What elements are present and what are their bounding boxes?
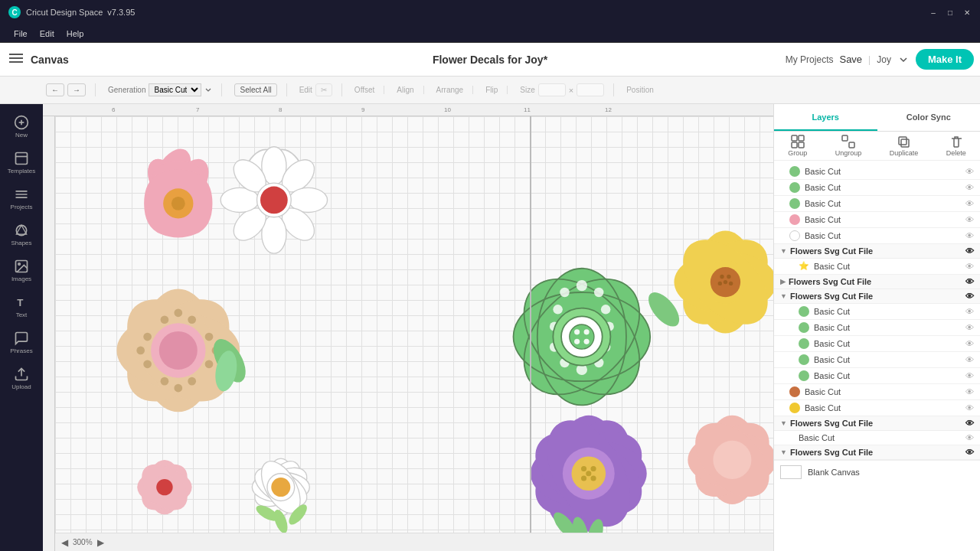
zoom-out-btn[interactable]: ◀ bbox=[61, 537, 68, 548]
zoom-in-btn[interactable]: ▶ bbox=[97, 537, 104, 548]
svg-point-38 bbox=[161, 315, 169, 324]
main: New Templates Projects Shapes Images bbox=[0, 104, 980, 551]
layer-item-brown[interactable]: Basic Cut 👁 bbox=[774, 384, 980, 400]
generation-select[interactable]: Basic Cut bbox=[149, 83, 201, 96]
svg-point-105 bbox=[570, 324, 594, 349]
layer-item-3[interactable]: Basic Cut 👁 bbox=[774, 196, 980, 212]
sidebar-item-shapes[interactable]: Shapes bbox=[0, 218, 43, 251]
sidebar-item-upload[interactable]: Upload bbox=[0, 362, 43, 395]
group-eye-4[interactable]: 👁 bbox=[965, 419, 974, 428]
eye-icon-g3-5[interactable]: 👁 bbox=[965, 371, 974, 380]
eye-icon-4[interactable]: 👁 bbox=[965, 215, 974, 224]
group-label-2: Flowers Svg Cut File bbox=[789, 277, 871, 286]
layer-item-group1-1[interactable]: ⭐ Basic Cut 👁 bbox=[774, 259, 980, 275]
layer-item-1[interactable]: Basic Cut 👁 bbox=[774, 164, 980, 180]
eye-icon-1[interactable]: 👁 bbox=[965, 167, 974, 176]
close-btn[interactable]: ✕ bbox=[962, 7, 972, 18]
duplicate-action[interactable]: Duplicate bbox=[890, 135, 919, 157]
layer-label-2: Basic Cut bbox=[805, 183, 961, 192]
eye-icon-g1-1[interactable]: 👁 bbox=[965, 262, 974, 271]
make-it-btn[interactable]: Make It bbox=[916, 49, 974, 70]
tab-layers[interactable]: Layers bbox=[774, 104, 877, 131]
tab-color-sync[interactable]: Color Sync bbox=[877, 104, 981, 131]
undo-redo-group: ← → bbox=[46, 83, 96, 96]
eye-icon-brown[interactable]: 👁 bbox=[965, 387, 974, 396]
maximize-btn[interactable]: □ bbox=[945, 7, 956, 18]
layer-item-2[interactable]: Basic Cut 👁 bbox=[774, 180, 980, 196]
layer-item-group3-1[interactable]: Basic Cut 👁 bbox=[774, 304, 980, 320]
redo-btn[interactable]: → bbox=[67, 83, 86, 96]
eye-icon-g3-4[interactable]: 👁 bbox=[965, 355, 974, 364]
canvas-area[interactable]: 6 7 8 9 10 11 12 bbox=[43, 104, 773, 551]
sidebar-item-new[interactable]: New bbox=[0, 110, 43, 143]
group-header-4[interactable]: ▼ Flowers Svg Cut File 👁 bbox=[774, 416, 980, 431]
undo-btn[interactable]: ← bbox=[46, 83, 64, 96]
sidebar-item-projects[interactable]: Projects bbox=[0, 182, 43, 215]
select-all-btn[interactable]: Select All bbox=[234, 83, 276, 96]
group-header-2[interactable]: ▶ Flowers Svg Cut File 👁 bbox=[774, 275, 980, 289]
sidebar-item-templates[interactable]: Templates bbox=[0, 146, 43, 179]
layer-item-group3-4[interactable]: Basic Cut 👁 bbox=[774, 352, 980, 368]
layer-item-group3-5[interactable]: Basic Cut 👁 bbox=[774, 368, 980, 384]
eye-icon-yellow[interactable]: 👁 bbox=[965, 403, 974, 412]
layer-item-5[interactable]: Basic Cut 👁 bbox=[774, 228, 980, 244]
layer-label-1: Basic Cut bbox=[805, 167, 961, 176]
menu-edit[interactable]: Edit bbox=[34, 28, 60, 40]
offset-group: Offset bbox=[354, 86, 385, 94]
edit-btn[interactable]: ✂ bbox=[315, 83, 332, 96]
minimize-btn[interactable]: – bbox=[928, 7, 939, 18]
eye-icon-g4-1[interactable]: 👁 bbox=[965, 433, 974, 442]
layer-color-yellow bbox=[789, 403, 800, 413]
delete-action[interactable]: Delete bbox=[946, 135, 966, 157]
titlebar: C Cricut Design Space v7.3.95 – □ ✕ bbox=[0, 0, 980, 24]
my-projects-btn[interactable]: My Projects bbox=[786, 54, 834, 65]
group-eye-3[interactable]: 👁 bbox=[965, 292, 974, 301]
group-header-3[interactable]: ▼ Flowers Svg Cut File 👁 bbox=[774, 289, 980, 304]
cricut-icon: C bbox=[8, 5, 21, 19]
eye-icon-3[interactable]: 👁 bbox=[965, 199, 974, 208]
group-header-1[interactable]: ▼ Flowers Svg Cut File 👁 bbox=[774, 244, 980, 259]
layer-item-4[interactable]: Basic Cut 👁 bbox=[774, 212, 980, 228]
layer-label-g3-1: Basic Cut bbox=[814, 307, 961, 316]
group-chevron-4: ▼ bbox=[780, 419, 787, 427]
sidebar-item-images[interactable]: Images bbox=[0, 254, 43, 287]
eye-icon-g3-3[interactable]: 👁 bbox=[965, 339, 974, 348]
group-header-5[interactable]: ▼ Flowers Svg Cut File 👁 bbox=[774, 445, 980, 460]
svg-point-13 bbox=[18, 263, 20, 266]
layer-item-group4-1[interactable]: Basic Cut 👁 bbox=[774, 431, 980, 445]
group-action[interactable]: Group bbox=[788, 135, 807, 157]
hamburger-btn[interactable] bbox=[6, 48, 26, 70]
group-eye-2[interactable]: 👁 bbox=[965, 277, 974, 286]
layer-color-g3-3 bbox=[799, 338, 809, 349]
height-input[interactable] bbox=[577, 83, 604, 96]
menu-help[interactable]: Help bbox=[60, 28, 90, 40]
arrange-group: Arrange bbox=[436, 86, 474, 94]
ungroup-icon bbox=[841, 135, 855, 148]
canvas-label: Canvas bbox=[31, 54, 69, 66]
layer-item-yellow[interactable]: Basic Cut 👁 bbox=[774, 400, 980, 416]
layer-item-group3-3[interactable]: Basic Cut 👁 bbox=[774, 336, 980, 352]
save-btn[interactable]: Save bbox=[839, 54, 862, 65]
width-input[interactable] bbox=[538, 83, 566, 96]
menu-file[interactable]: File bbox=[8, 28, 34, 40]
layer-label-g3-2: Basic Cut bbox=[814, 323, 961, 332]
sidebar-item-text[interactable]: T Text bbox=[0, 290, 43, 323]
sidebar-text-label: Text bbox=[16, 311, 28, 318]
flower-small-pink bbox=[133, 456, 196, 519]
blank-canvas-item[interactable]: Blank Canvas bbox=[774, 460, 980, 484]
svg-rect-4 bbox=[9, 61, 23, 63]
eye-icon-g3-2[interactable]: 👁 bbox=[965, 323, 974, 332]
flowers-canvas[interactable] bbox=[55, 116, 773, 533]
canvas-inner[interactable] bbox=[55, 116, 773, 533]
eye-icon-2[interactable]: 👁 bbox=[965, 183, 974, 192]
sidebar-item-phrases[interactable]: Phrases bbox=[0, 326, 43, 359]
group-eye-1[interactable]: 👁 bbox=[965, 246, 974, 256]
eye-icon-5[interactable]: 👁 bbox=[965, 231, 974, 240]
group-label-3: Flowers Svg Cut File bbox=[790, 292, 873, 301]
layer-item-group3-2[interactable]: Basic Cut 👁 bbox=[774, 320, 980, 336]
canvas-separator bbox=[530, 116, 531, 533]
canvas-grid[interactable] bbox=[55, 116, 773, 533]
eye-icon-g3-1[interactable]: 👁 bbox=[965, 307, 974, 316]
group-eye-5[interactable]: 👁 bbox=[965, 448, 974, 457]
ungroup-action[interactable]: Ungroup bbox=[835, 135, 862, 157]
